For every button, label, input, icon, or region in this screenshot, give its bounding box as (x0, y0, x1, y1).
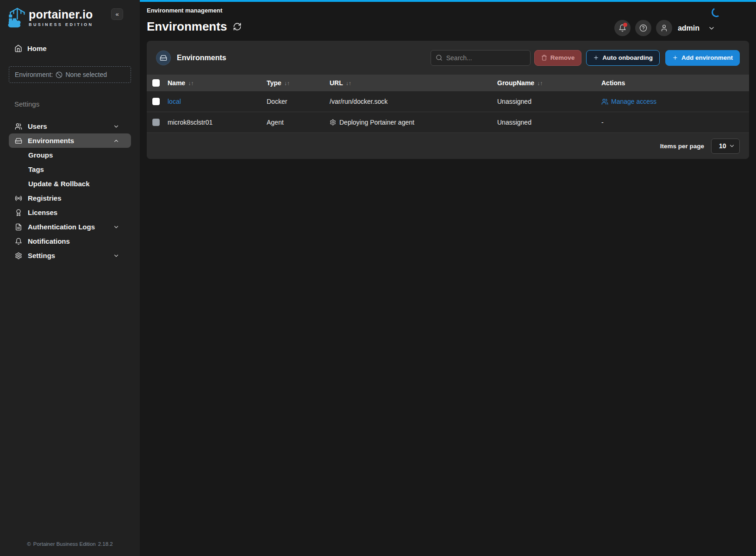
chevron-down-icon (112, 123, 120, 130)
row-checkbox[interactable] (152, 98, 160, 105)
row-checkbox-disabled (152, 119, 160, 126)
environment-url: /var/run/docker.sock (330, 98, 497, 105)
menu-label: Users (28, 122, 47, 130)
search-icon (436, 54, 443, 61)
environment-name-link[interactable]: local (168, 98, 181, 105)
environment-selector-value: None selected (65, 71, 107, 78)
file-text-icon (15, 223, 22, 231)
manage-access-link[interactable]: Manage access (601, 98, 749, 105)
ban-icon (56, 71, 62, 78)
sidebar: portainer.io BUSINESS EDITION « Home Env… (0, 0, 140, 556)
environment-action-empty: - (601, 119, 749, 126)
search-box (431, 50, 531, 66)
main-content: Environment management Environments admi… (140, 0, 756, 556)
sort-icon: ↓↑ (284, 80, 290, 87)
bell-icon (15, 238, 22, 245)
menu-label: Settings (28, 252, 55, 259)
sidebar-collapse-button[interactable]: « (111, 8, 123, 20)
items-per-page-label: Items per page (660, 143, 704, 150)
column-header-url[interactable]: URL↓↑ (330, 79, 497, 87)
refresh-icon[interactable] (233, 22, 242, 31)
sidebar-item-licenses[interactable]: Licenses (9, 205, 131, 220)
table-header-row: Name↓↑ Type↓↑ URL↓↑ GroupName↓↑ Actions (147, 75, 749, 91)
sort-icon: ↓↑ (346, 80, 351, 87)
environments-widget: Environments Remove Auto onboarding Add … (147, 41, 749, 159)
menu-label: Tags (28, 165, 44, 173)
environment-selector[interactable]: Environment: None selected (9, 66, 131, 83)
sidebar-item-registries[interactable]: Registries (9, 191, 131, 205)
award-icon (15, 209, 22, 216)
plus-icon (672, 55, 678, 61)
environment-type: Docker (267, 98, 330, 105)
environment-selector-label: Environment: (15, 71, 53, 78)
user-avatar[interactable] (656, 20, 672, 36)
sort-icon: ↓↑ (188, 80, 194, 87)
table-footer: Items per page 10 (147, 133, 749, 159)
header-actions: admin (614, 20, 715, 36)
sidebar-item-groups[interactable]: Groups (9, 148, 131, 162)
menu-label: Update & Rollback (28, 180, 90, 188)
remove-button[interactable]: Remove (534, 50, 582, 66)
column-header-type[interactable]: Type↓↑ (267, 79, 330, 87)
chevron-down-icon (112, 224, 120, 230)
sidebar-item-authentication-logs[interactable]: Authentication Logs (9, 220, 131, 234)
widget-icon-circle (156, 51, 171, 65)
environment-status: Deploying Portainer agent (339, 119, 414, 126)
brand-name: portainer.io (29, 8, 93, 21)
username[interactable]: admin (678, 24, 700, 32)
plus-icon (593, 55, 599, 61)
search-input[interactable] (446, 54, 530, 62)
items-per-page-value: 10 (719, 142, 726, 150)
chevron-down-icon (729, 143, 735, 149)
menu-label: Notifications (28, 237, 70, 245)
remove-button-label: Remove (550, 54, 575, 61)
hard-drive-icon (15, 137, 22, 145)
widget-title: Environments (177, 54, 226, 62)
page-title: Environments (147, 19, 227, 34)
help-circle-icon (639, 24, 647, 32)
menu-label: Registries (28, 194, 62, 202)
users-icon (15, 123, 22, 130)
sidebar-item-users[interactable]: Users (9, 119, 131, 133)
help-button[interactable] (635, 20, 651, 36)
column-header-actions: Actions (601, 79, 749, 87)
environment-name: microk8sclstr01 (168, 119, 267, 126)
select-all-checkbox[interactable] (152, 79, 160, 87)
breadcrumb: Environment management (147, 7, 749, 14)
environment-group: Unassigned (497, 119, 601, 126)
sidebar-item-tags[interactable]: Tags (9, 162, 131, 177)
table-row: microk8sclstr01 Agent Deploying Portaine… (147, 112, 749, 133)
menu-label: Groups (28, 151, 53, 159)
chevron-down-icon[interactable] (708, 25, 715, 32)
settings-section-label: Settings (14, 100, 140, 108)
sidebar-item-update-rollback[interactable]: Update & Rollback (9, 177, 131, 191)
sidebar-item-notifications[interactable]: Notifications (9, 234, 131, 248)
add-environment-button[interactable]: Add environment (665, 50, 740, 66)
menu-label: Licenses (28, 208, 57, 216)
edition-label: BUSINESS EDITION (29, 22, 93, 27)
menu-label: Authentication Logs (28, 223, 95, 231)
items-per-page-select[interactable]: 10 (711, 139, 740, 154)
users-icon (601, 98, 608, 105)
sidebar-item-environments[interactable]: Environments (9, 133, 131, 148)
portainer-logo-icon (7, 6, 25, 28)
trash-icon (541, 55, 547, 61)
add-environment-label: Add environment (681, 54, 733, 61)
notification-badge (623, 23, 627, 27)
hard-drive-icon (160, 54, 167, 62)
user-icon (660, 24, 668, 32)
sidebar-menu: Users Environments Groups Tags Update & … (0, 119, 140, 263)
sort-icon: ↓↑ (537, 80, 543, 87)
sidebar-item-home[interactable]: Home (14, 44, 140, 52)
sidebar-item-settings[interactable]: Settings (9, 248, 131, 263)
radio-icon (15, 195, 22, 202)
column-header-groupname[interactable]: GroupName↓↑ (497, 79, 601, 87)
auto-onboarding-button[interactable]: Auto onboarding (586, 50, 660, 66)
environment-group: Unassigned (497, 98, 601, 105)
table-row: local Docker /var/run/docker.sock Unassi… (147, 91, 749, 112)
menu-label: Environments (28, 137, 74, 145)
notifications-button[interactable] (614, 20, 631, 36)
footer-version: 2.18.2 (98, 541, 113, 547)
column-header-name[interactable]: Name↓↑ (168, 79, 267, 87)
chevron-down-icon (112, 253, 120, 259)
